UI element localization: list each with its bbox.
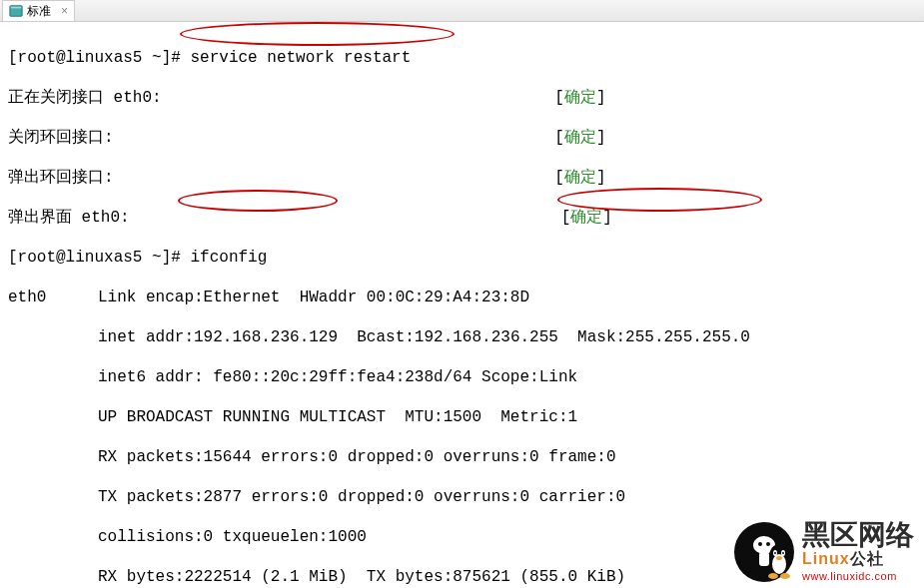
annotation-circle-cmd (180, 22, 455, 46)
tab-bar: 标准 × (0, 0, 924, 22)
eth0-line-1: eth0Link encap:Ethernet HWaddr 00:0C:29:… (8, 288, 916, 307)
tab-standard[interactable]: 标准 × (2, 0, 75, 21)
close-icon[interactable]: × (61, 4, 68, 18)
eth0-flags: UP BROADCAST RUNNING MULTICAST MTU:1500 … (8, 407, 916, 427)
eth0-inet-line: inet addr:192.168.236.129 Bcast:192.168.… (8, 327, 916, 347)
watermark: 黑区网络 Linux公社 www.linuxidc.com (734, 521, 914, 582)
eth0-rx: RX packets:15644 errors:0 dropped:0 over… (8, 447, 916, 467)
tab-label: 标准 (27, 3, 51, 20)
eth0-inet6: inet6 addr: fe80::20c:29ff:fea4:238d/64 … (8, 367, 916, 387)
eth0-netmask: 255.255.255.0 (625, 328, 750, 346)
restart-out-3: 弹出环回接口: [确定] (8, 168, 916, 188)
terminal-output: [root@linuxas5 ~]# service network resta… (0, 22, 924, 588)
terminal-icon (9, 4, 23, 18)
svg-point-4 (758, 542, 762, 546)
prompt-line-2: [root@linuxas5 ~]# ifconfig (8, 248, 916, 268)
restart-out-2: 关闭环回接口: [确定] (8, 128, 916, 148)
watermark-penguin-icon (764, 542, 794, 580)
restart-out-1: 正在关闭接口 eth0: [确定] (8, 88, 916, 108)
cmd-service-restart: service network restart (190, 49, 411, 67)
svg-point-14 (780, 573, 790, 579)
eth0-ip-address: 192.168.236.129 (194, 328, 338, 346)
svg-rect-1 (11, 7, 22, 9)
prompt-line-1: [root@linuxas5 ~]# service network resta… (8, 48, 916, 68)
svg-point-10 (774, 552, 776, 554)
svg-point-12 (776, 556, 782, 560)
restart-out-4: 弹出界面 eth0: [确定] (8, 208, 916, 228)
cmd-ifconfig: ifconfig (190, 249, 267, 267)
eth0-tx: TX packets:2877 errors:0 dropped:0 overr… (8, 487, 916, 507)
svg-point-13 (768, 573, 778, 579)
svg-point-11 (782, 552, 784, 554)
watermark-text: 黑区网络 Linux公社 www.linuxidc.com (802, 521, 914, 582)
